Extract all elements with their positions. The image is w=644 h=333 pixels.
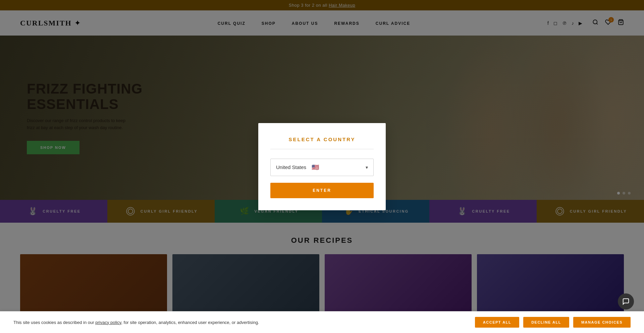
privacy-policy-link[interactable]: privacy policy bbox=[95, 320, 121, 325]
cookie-text-after: , for site operation, analytics, enhance… bbox=[121, 320, 259, 325]
chat-button[interactable] bbox=[618, 293, 634, 310]
cookie-text: This site uses cookies as described in o… bbox=[13, 320, 475, 325]
modal-title: SELECT A COUNTRY bbox=[270, 136, 374, 142]
country-left: United States 🇺🇸 bbox=[276, 164, 319, 171]
country-flag: 🇺🇸 bbox=[312, 164, 319, 171]
cookie-banner: This site uses cookies as described in o… bbox=[0, 311, 644, 333]
cookie-text-before: This site uses cookies as described in o… bbox=[13, 320, 95, 325]
modal-divider bbox=[270, 149, 374, 149]
country-select-wrapper: United States 🇺🇸 ▾ bbox=[270, 159, 374, 176]
cookie-buttons: ACCEPT ALL DECLINE ALL MANAGE CHOICES bbox=[475, 317, 631, 328]
enter-button[interactable]: ENTER bbox=[270, 183, 374, 198]
country-select[interactable]: United States 🇺🇸 ▾ bbox=[270, 159, 374, 176]
decline-all-button[interactable]: DECLINE ALL bbox=[523, 317, 569, 328]
accept-all-button[interactable]: ACCEPT ALL bbox=[475, 317, 519, 328]
modal-overlay[interactable]: SELECT A COUNTRY United States 🇺🇸 ▾ ENTE… bbox=[0, 0, 644, 333]
chevron-down-icon: ▾ bbox=[366, 165, 368, 170]
country-modal: SELECT A COUNTRY United States 🇺🇸 ▾ ENTE… bbox=[258, 123, 386, 210]
manage-choices-button[interactable]: MANAGE CHOICES bbox=[573, 317, 631, 328]
country-name: United States bbox=[276, 164, 306, 170]
